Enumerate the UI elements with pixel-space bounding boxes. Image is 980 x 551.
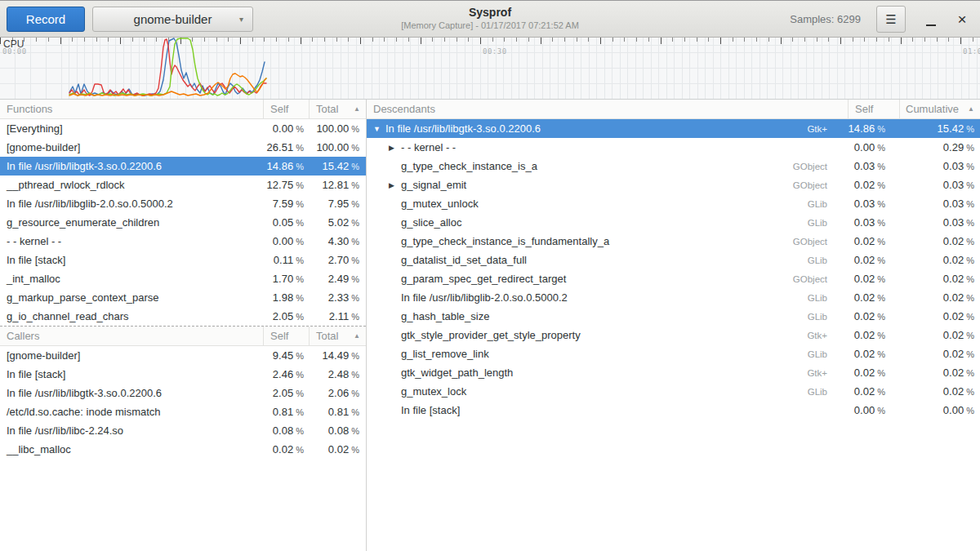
tree-row[interactable]: g_datalist_id_set_data_fullGLib0.02 %0.0… bbox=[367, 251, 980, 269]
self-value: 0.02 % bbox=[834, 291, 893, 304]
minimize-icon bbox=[926, 24, 936, 26]
time-label: 00:00 bbox=[2, 47, 27, 56]
total-value: 15.42 % bbox=[309, 160, 366, 172]
minimize-button[interactable] bbox=[920, 8, 942, 31]
descendant-name: g_param_spec_get_redirect_target bbox=[401, 273, 566, 285]
callers-total-column-header[interactable]: Total▲ bbox=[309, 327, 366, 345]
total-column-label: Total bbox=[316, 103, 338, 115]
table-row[interactable]: __libc_malloc0.02 %0.02 % bbox=[0, 440, 366, 459]
descendant-name-cell: In file [stack] bbox=[367, 404, 834, 416]
left-panel: Functions Self Total▲ [Everything]0.00 %… bbox=[0, 100, 367, 551]
table-row[interactable]: In file /usr/lib/libgtk-3.so.0.2200.614.… bbox=[0, 157, 366, 176]
self-value: 7.59 % bbox=[263, 198, 309, 210]
functions-column-header[interactable]: Functions bbox=[0, 100, 263, 118]
tree-row[interactable]: gtk_style_provider_get_style_propertyGtk… bbox=[367, 326, 980, 344]
self-value: 14.86 % bbox=[263, 160, 309, 172]
collapse-icon[interactable]: ▼ bbox=[373, 125, 385, 133]
process-selector-dropdown[interactable]: gnome-builder ▾ bbox=[92, 7, 253, 32]
tree-row[interactable]: g_type_check_instance_is_aGObject0.03 %0… bbox=[367, 157, 980, 176]
expand-icon[interactable]: ▶ bbox=[389, 144, 401, 152]
cumulative-value: 0.02 % bbox=[893, 385, 980, 398]
table-row[interactable]: In file /usr/lib/libc-2.24.so0.08 %0.08 … bbox=[0, 421, 366, 440]
total-value: 2.49 % bbox=[309, 273, 366, 285]
total-value: 4.30 % bbox=[309, 235, 366, 247]
table-row[interactable]: _int_malloc1.70 %2.49 % bbox=[0, 269, 366, 288]
self-value: 0.02 % bbox=[834, 310, 893, 322]
table-row[interactable]: g_markup_parse_context_parse1.98 %2.33 % bbox=[0, 288, 366, 307]
table-row[interactable]: [Everything]0.00 %100.00 % bbox=[0, 119, 366, 138]
total-value: 5.02 % bbox=[309, 216, 366, 229]
cumulative-value: 0.02 % bbox=[893, 273, 980, 285]
total-value: 12.81 % bbox=[309, 179, 366, 191]
callers-column-header[interactable]: Callers bbox=[0, 327, 263, 345]
tree-row[interactable]: gtk_widget_path_lengthGtk+0.02 %0.02 % bbox=[367, 363, 980, 382]
tree-row[interactable]: g_param_spec_get_redirect_targetGObject0… bbox=[367, 269, 980, 288]
function-name: In file /usr/lib/libglib-2.0.so.0.5000.2 bbox=[0, 198, 263, 210]
callers-self-column-header[interactable]: Self bbox=[263, 327, 309, 345]
descendants-self-column-header[interactable]: Self bbox=[848, 100, 899, 118]
table-row[interactable]: g_io_channel_read_chars2.05 %2.11 % bbox=[0, 307, 366, 326]
descendant-name-cell: g_hash_table_sizeGLib bbox=[367, 310, 834, 322]
tree-row[interactable]: In file [stack]0.00 %0.00 % bbox=[367, 401, 980, 420]
tree-row[interactable]: In file /usr/lib/libglib-2.0.so.0.5000.2… bbox=[367, 288, 980, 307]
tree-row[interactable]: g_mutex_unlockGLib0.03 %0.03 % bbox=[367, 194, 980, 213]
cpu-timeline-graph[interactable]: CPU 00:0000:3001:00 bbox=[0, 38, 980, 100]
tree-row[interactable]: ▶g_signal_emitGObject0.02 %0.03 % bbox=[367, 176, 980, 194]
self-value: 12.75 % bbox=[263, 179, 309, 191]
table-row[interactable]: g_resource_enumerate_children0.05 %5.02 … bbox=[0, 213, 366, 232]
expand-icon[interactable]: ▶ bbox=[389, 181, 401, 189]
self-value: 1.98 % bbox=[263, 291, 309, 304]
descendant-name-cell: g_type_check_instance_is_fundamentally_a… bbox=[367, 235, 834, 247]
tree-row[interactable]: g_mutex_lockGLib0.02 %0.02 % bbox=[367, 382, 980, 401]
self-value: 0.03 % bbox=[834, 216, 893, 229]
table-row[interactable]: [gnome-builder]26.51 %100.00 % bbox=[0, 138, 366, 157]
library-tag: GLib bbox=[808, 256, 834, 265]
table-row[interactable]: - - kernel - -0.00 %4.30 % bbox=[0, 232, 366, 251]
descendant-name-cell: g_datalist_id_set_data_fullGLib bbox=[367, 254, 834, 266]
hamburger-icon: ☰ bbox=[885, 12, 896, 27]
descendants-column-header[interactable]: Descendants bbox=[367, 100, 848, 118]
table-row[interactable]: [gnome-builder]9.45 %14.49 % bbox=[0, 346, 366, 365]
table-row[interactable]: In file /usr/lib/libglib-2.0.so.0.5000.2… bbox=[0, 194, 366, 213]
table-row[interactable]: In file [stack]0.11 %2.70 % bbox=[0, 251, 366, 269]
self-value: 0.02 % bbox=[834, 367, 893, 379]
tree-row[interactable]: g_list_remove_linkGLib0.02 %0.02 % bbox=[367, 344, 980, 363]
table-row[interactable]: __pthread_rwlock_rdlock12.75 %12.81 % bbox=[0, 176, 366, 194]
descendant-name-cell: g_type_check_instance_is_aGObject bbox=[367, 160, 834, 172]
descendants-cumulative-column-header[interactable]: Cumulative▲ bbox=[899, 100, 980, 118]
descendant-name: In file /usr/lib/libglib-2.0.so.0.5000.2 bbox=[401, 291, 568, 304]
total-value: 7.95 % bbox=[309, 198, 366, 210]
total-value: 0.08 % bbox=[309, 424, 366, 437]
tree-row[interactable]: ▶- - kernel - -0.00 %0.29 % bbox=[367, 138, 980, 157]
functions-total-column-header[interactable]: Total▲ bbox=[309, 100, 366, 118]
tree-row[interactable]: g_hash_table_sizeGLib0.02 %0.02 % bbox=[367, 307, 980, 326]
library-tag: GLib bbox=[808, 349, 834, 359]
close-button[interactable]: × bbox=[951, 8, 973, 31]
descendant-name: g_list_remove_link bbox=[401, 348, 489, 360]
tree-row[interactable]: g_type_check_instance_is_fundamentally_a… bbox=[367, 232, 980, 251]
self-value: 0.02 % bbox=[263, 443, 309, 455]
descendant-name-cell: g_mutex_lockGLib bbox=[367, 385, 834, 398]
function-name: g_resource_enumerate_children bbox=[0, 216, 263, 229]
descendant-name: g_signal_emit bbox=[401, 179, 466, 191]
descendant-name-cell: gtk_widget_path_lengthGtk+ bbox=[367, 367, 834, 379]
table-row[interactable]: /etc/ld.so.cache: inode mismatch0.81 %0.… bbox=[0, 402, 366, 421]
self-value: 0.02 % bbox=[834, 385, 893, 398]
library-tag: GObject bbox=[793, 237, 834, 247]
cumulative-value: 0.02 % bbox=[893, 348, 980, 360]
tree-row[interactable]: g_slice_allocGLib0.03 %0.03 % bbox=[367, 213, 980, 232]
menu-button[interactable]: ☰ bbox=[876, 6, 906, 33]
total-value: 2.70 % bbox=[309, 254, 366, 266]
table-row[interactable]: In file /usr/lib/libgtk-3.so.0.2200.62.0… bbox=[0, 384, 366, 402]
table-row[interactable]: In file [stack]2.46 %2.48 % bbox=[0, 365, 366, 384]
self-value: 0.02 % bbox=[834, 348, 893, 360]
record-button[interactable]: Record bbox=[7, 7, 85, 32]
sort-ascending-icon: ▲ bbox=[354, 332, 360, 340]
tree-row[interactable]: ▼In file /usr/lib/libgtk-3.so.0.2200.6Gt… bbox=[367, 119, 980, 138]
function-name: __libc_malloc bbox=[0, 443, 263, 455]
cumulative-value: 15.42 % bbox=[893, 122, 980, 135]
library-tag: GLib bbox=[808, 293, 834, 303]
function-name: [gnome-builder] bbox=[0, 141, 263, 153]
total-value: 0.81 % bbox=[309, 406, 366, 418]
functions-self-column-header[interactable]: Self bbox=[263, 100, 309, 118]
